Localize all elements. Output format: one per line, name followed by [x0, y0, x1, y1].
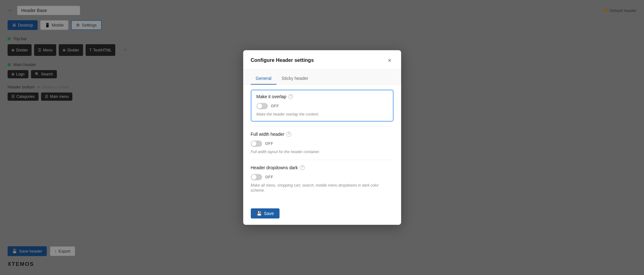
modal-title: Configure Header settings: [251, 57, 314, 63]
modal-tabs: General Sticky header: [243, 69, 401, 85]
overlap-title: Make it overlap: [256, 94, 286, 99]
overlap-toggle-label: OFF: [271, 104, 279, 108]
full-width-description: Full width layout for the header contain…: [251, 149, 394, 155]
full-width-title: Full width header: [251, 132, 285, 137]
modal-body: Make it overlap ? OFF Make the header ov…: [243, 85, 401, 205]
overlap-description: Make the header overlap the content.: [256, 112, 388, 117]
overlap-toggle-knob: [257, 104, 262, 109]
dropdowns-dark-title-row: Header dropdowns dark ?: [251, 165, 394, 170]
setting-full-width-header: Full width header ? OFF Full width layou…: [251, 127, 394, 160]
modal-footer: 💾 Save: [243, 205, 401, 225]
modal-close-button[interactable]: ×: [386, 57, 394, 64]
overlap-help-icon[interactable]: ?: [288, 94, 293, 99]
full-width-help-icon[interactable]: ?: [286, 132, 291, 137]
modal-save-button[interactable]: 💾 Save: [251, 208, 280, 218]
full-width-title-row: Full width header ?: [251, 132, 394, 137]
full-width-toggle[interactable]: [251, 140, 262, 147]
modal-header: Configure Header settings ×: [243, 50, 401, 69]
dropdowns-dark-description: Make all menu, shopping cart, search, mo…: [251, 183, 394, 194]
setting-header-dropdowns-dark: Header dropdowns dark ? OFF Make all men…: [251, 160, 394, 199]
overlap-toggle-row: OFF: [256, 103, 388, 109]
dropdowns-dark-toggle-row: OFF: [251, 174, 394, 180]
modal-overlay: Configure Header settings × General Stic…: [0, 0, 644, 275]
full-width-toggle-knob: [251, 141, 256, 146]
dropdowns-dark-title: Header dropdowns dark: [251, 165, 298, 170]
dropdowns-dark-toggle[interactable]: [251, 174, 262, 180]
overlap-highlighted-box: Make it overlap ? OFF Make the header ov…: [251, 90, 394, 122]
configure-header-modal: Configure Header settings × General Stic…: [243, 50, 401, 225]
full-width-toggle-label: OFF: [265, 141, 274, 146]
overlap-title-row: Make it overlap ?: [256, 94, 388, 99]
modal-save-label: Save: [264, 211, 274, 216]
dropdowns-dark-toggle-label: OFF: [265, 175, 274, 179]
dropdowns-dark-help-icon[interactable]: ?: [300, 165, 305, 170]
tab-general[interactable]: General: [251, 73, 277, 85]
overlap-toggle[interactable]: [256, 103, 268, 109]
dropdowns-dark-toggle-knob: [251, 175, 256, 180]
tab-sticky-header[interactable]: Sticky header: [276, 73, 313, 85]
full-width-toggle-row: OFF: [251, 140, 394, 147]
setting-make-it-overlap: Make it overlap ? OFF Make the header ov…: [251, 85, 394, 127]
modal-save-icon: 💾: [256, 211, 262, 216]
